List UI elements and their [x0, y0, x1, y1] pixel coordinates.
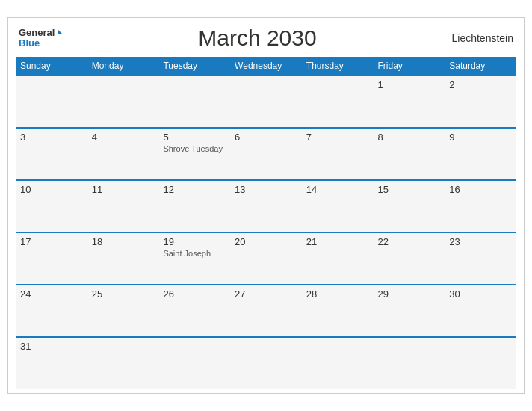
day-number: 27: [235, 288, 297, 300]
day-number: 29: [378, 288, 441, 300]
weekday-header-friday: Friday: [374, 57, 445, 75]
week-row-5: 31: [16, 337, 516, 389]
calendar-cell: [230, 337, 302, 389]
day-number: 3: [20, 132, 83, 143]
day-number: 4: [92, 132, 155, 143]
week-row-0: 12: [16, 75, 516, 128]
weekday-header-monday: Monday: [87, 57, 159, 75]
day-number: 24: [20, 288, 83, 300]
day-number: 31: [20, 341, 83, 352]
day-number: 30: [449, 288, 512, 300]
day-number: 12: [163, 184, 226, 195]
calendar-cell: 4: [87, 128, 159, 180]
calendar-cell: 1: [374, 75, 445, 128]
calendar-cell: 20: [230, 232, 302, 285]
week-row-2: 10111213141516: [16, 180, 516, 232]
calendar-cell: 10: [16, 180, 87, 232]
day-number: 8: [378, 132, 441, 143]
day-number: 26: [163, 288, 226, 300]
calendar-cell: 19Saint Joseph: [158, 232, 230, 285]
day-number: 15: [378, 184, 441, 195]
calendar-cell: 28: [302, 285, 374, 337]
day-number: 17: [20, 236, 83, 247]
day-number: 20: [235, 236, 297, 247]
calendar-cell: 9: [445, 128, 516, 180]
calendar-cell: 14: [302, 180, 374, 232]
calendar-cell: 24: [16, 285, 87, 337]
day-number: 5: [163, 132, 226, 143]
calendar-cell: 26: [158, 285, 230, 337]
calendar-cell: 16: [445, 180, 516, 232]
day-number: 16: [449, 184, 512, 195]
calendar-cell: [374, 337, 445, 389]
weekday-header-sunday: Sunday: [16, 57, 87, 75]
calendar-cell: 8: [374, 128, 445, 180]
day-number: 19: [163, 236, 226, 247]
calendar-header: General Blue March 2030 Liechtenstein: [16, 25, 516, 51]
calendar-cell: [158, 337, 230, 389]
day-number: 9: [449, 132, 512, 143]
calendar-cell: [158, 75, 230, 128]
weekday-header-thursday: Thursday: [302, 57, 374, 75]
day-number: 10: [20, 184, 83, 195]
day-number: 23: [449, 236, 512, 247]
calendar-cell: 6: [230, 128, 302, 180]
day-number: 2: [449, 79, 512, 90]
calendar-cell: 7: [302, 128, 374, 180]
calendar-cell: 25: [87, 285, 159, 337]
day-number: 1: [378, 79, 441, 90]
calendar-cell: 27: [230, 285, 302, 337]
day-number: 21: [306, 236, 369, 247]
logo-general: General: [19, 28, 55, 38]
calendar-cell: [302, 337, 374, 389]
day-number: 7: [306, 132, 369, 143]
day-number: 6: [235, 132, 297, 143]
day-number: 13: [235, 184, 297, 195]
weekday-header-tuesday: Tuesday: [158, 57, 230, 75]
day-number: 11: [92, 184, 155, 195]
calendar-cell: [302, 75, 374, 128]
day-number: 14: [306, 184, 369, 195]
calendar-cell: 11: [87, 180, 159, 232]
calendar-cell: 23: [445, 232, 516, 285]
calendar-cell: 21: [302, 232, 374, 285]
calendar-cell: 29: [374, 285, 445, 337]
month-title: March 2030: [198, 25, 316, 51]
calendar-cell: 30: [445, 285, 516, 337]
country-name: Liechtenstein: [451, 32, 513, 44]
event-label: Shrove Tuesday: [163, 144, 226, 153]
weekday-header-saturday: Saturday: [445, 57, 516, 75]
logo: General Blue: [19, 28, 63, 49]
week-row-4: 24252627282930: [16, 285, 516, 337]
day-number: 22: [378, 236, 441, 247]
calendar-cell: 5Shrove Tuesday: [158, 128, 230, 180]
calendar-cell: 18: [87, 232, 159, 285]
calendar-cell: 12: [158, 180, 230, 232]
calendar-container: General Blue March 2030 Liechtenstein Su…: [7, 17, 525, 394]
calendar-cell: [445, 337, 516, 389]
calendar-cell: 2: [445, 75, 516, 128]
day-number: 18: [92, 236, 155, 247]
calendar-cell: 17: [16, 232, 87, 285]
calendar-cell: 13: [230, 180, 302, 232]
calendar-grid: SundayMondayTuesdayWednesdayThursdayFrid…: [16, 57, 516, 389]
calendar-cell: 31: [16, 337, 87, 389]
logo-triangle-icon: [58, 29, 63, 34]
event-label: Saint Joseph: [163, 249, 226, 258]
calendar-cell: [230, 75, 302, 128]
week-row-1: 345Shrove Tuesday6789: [16, 128, 516, 180]
logo-blue: Blue: [19, 38, 40, 49]
calendar-cell: 22: [374, 232, 445, 285]
calendar-cell: [87, 75, 159, 128]
week-row-3: 171819Saint Joseph20212223: [16, 232, 516, 285]
calendar-cell: [87, 337, 159, 389]
weekday-header-row: SundayMondayTuesdayWednesdayThursdayFrid…: [16, 57, 516, 75]
day-number: 28: [306, 288, 369, 300]
calendar-cell: 3: [16, 128, 87, 180]
day-number: 25: [92, 288, 155, 300]
calendar-cell: [16, 75, 87, 128]
calendar-cell: 15: [374, 180, 445, 232]
weekday-header-wednesday: Wednesday: [230, 57, 302, 75]
